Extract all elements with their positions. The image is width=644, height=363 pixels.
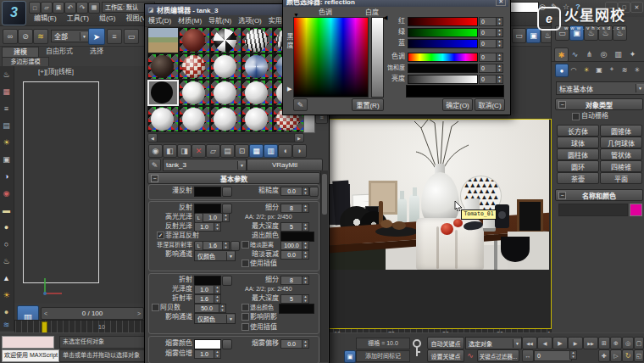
diffuse-color-swatch[interactable] [194, 187, 221, 197]
autogrid-checkbox[interactable] [572, 113, 580, 120]
red-slider[interactable] [408, 17, 478, 26]
dim-distance-checkbox[interactable] [242, 241, 249, 249]
dim-distance-spinner[interactable] [302, 241, 309, 250]
category-dropdown[interactable]: 标准基本体 [556, 81, 644, 95]
zoom-all-icon[interactable] [598, 337, 610, 349]
track-bar-marker[interactable] [42, 321, 47, 333]
select-by-name-icon[interactable] [107, 29, 122, 44]
track-bar-left[interactable]: 10 [14, 320, 147, 333]
get-material-icon[interactable] [148, 144, 163, 158]
material-editor-scrollbar[interactable] [320, 170, 328, 362]
material-editor-scrollbar-thumb[interactable] [322, 174, 327, 215]
primitive-button-torus[interactable]: 圆环 [557, 160, 599, 172]
fog-bias-field[interactable]: 0.0 [280, 339, 303, 349]
material-id-icon[interactable] [235, 144, 249, 158]
roughness-field[interactable]: 0.0 [280, 187, 303, 196]
ok-button[interactable]: 确定(O) [442, 98, 473, 111]
refract-map-button[interactable] [222, 276, 232, 286]
material-slot-white7[interactable] [210, 106, 242, 132]
put-material-icon[interactable] [163, 144, 177, 158]
rendered-frame-window-icon[interactable] [512, 28, 526, 43]
primitive-button-cone[interactable]: 圆锥体 [600, 125, 642, 137]
green-slider[interactable] [408, 28, 478, 37]
refract-subdivs-spinner[interactable] [302, 276, 309, 285]
select-object-button[interactable] [88, 28, 105, 45]
camera-icon[interactable] [1, 153, 12, 166]
set-key-button[interactable]: 设置关键点 [427, 349, 464, 362]
reflect-maxdepth-field[interactable]: 5 [280, 222, 303, 232]
show-end-result-icon[interactable] [264, 144, 278, 158]
object-type-rollout[interactable]: 对象类型 [555, 98, 643, 110]
subtab-lights[interactable] [580, 64, 592, 75]
teapot-icon[interactable] [1, 68, 12, 81]
tab-modify[interactable] [569, 47, 581, 60]
saturation-slider[interactable] [408, 64, 478, 73]
spreadsheet-icon[interactable] [1, 119, 12, 132]
pan-icon[interactable] [598, 349, 610, 362]
green-spinner[interactable] [496, 28, 503, 37]
go-forward-sibling-icon[interactable] [292, 144, 307, 158]
blackness-marker[interactable]: ▶ [287, 86, 291, 92]
undo-icon[interactable] [64, 2, 76, 14]
fog-color-swatch[interactable] [194, 339, 221, 349]
current-frame-field[interactable]: 0 [534, 350, 572, 361]
selection-filter-dropdown[interactable]: 全部 [51, 30, 89, 42]
red-value[interactable]: 0 [479, 17, 497, 26]
material-slot-photo[interactable] [147, 27, 179, 53]
time-prev-arrow[interactable]: < [44, 310, 47, 316]
tab-motion[interactable] [597, 47, 610, 60]
subtab-shapes[interactable] [568, 64, 580, 75]
hue-slider[interactable] [408, 53, 478, 62]
menu-group[interactable]: 组(G) [94, 13, 121, 25]
primitive-button-teapot[interactable]: 茶壶 [557, 172, 599, 184]
abbe-field[interactable]: 50.0 [194, 304, 219, 313]
list-icon[interactable] [1, 102, 12, 115]
ball-icon[interactable] [1, 305, 12, 319]
slab-primitive-icon[interactable] [1, 204, 12, 217]
object-name-field[interactable] [558, 204, 628, 216]
material-name-dropdown[interactable]: tank_3 [163, 159, 247, 171]
reflect-subdivs-field[interactable]: 8 [280, 204, 303, 213]
ior-spinner[interactable] [214, 294, 221, 304]
open-file-icon[interactable] [41, 2, 53, 14]
primitive-button-geosphere[interactable]: 几何球体 [600, 137, 642, 148]
hue-value[interactable]: 0 [479, 53, 497, 62]
abbe-spinner[interactable] [219, 304, 226, 313]
material-slot-pinwheel[interactable] [210, 27, 242, 53]
ribbon-tab-selection[interactable]: 选择 [81, 47, 112, 57]
value-value[interactable]: 0 [479, 75, 497, 84]
material-slot-white5[interactable] [147, 106, 179, 132]
camera-viewport[interactable]: ▲▲▲▲▲▲▲▲▲▲▲▲▲▲▲▲▲▲▲▲▲▲▲▲▲▲▲▲▲▲▲▲▲ [327, 119, 552, 329]
material-slot-white3[interactable] [242, 80, 273, 106]
maxscript-mini-listener[interactable] [2, 336, 54, 349]
zoom-icon[interactable] [610, 337, 622, 349]
basic-params-rollout[interactable]: 基本参数 [147, 172, 320, 184]
subtab-helpers[interactable] [606, 64, 618, 75]
material-slot-black-selected[interactable] [147, 80, 179, 106]
put-to-library-icon[interactable] [220, 144, 235, 158]
saturation-spinner[interactable] [496, 64, 503, 73]
blue-spinner[interactable] [496, 39, 503, 48]
blue-value[interactable]: 0 [479, 39, 497, 48]
fog-mult-spinner[interactable] [214, 349, 221, 359]
left-viewport[interactable]: [+][顶][线框] [14, 66, 147, 304]
material-type-button[interactable]: VRayMtl [247, 159, 323, 171]
slots-scroll-right[interactable] [294, 133, 304, 142]
refract-interp-checkbox[interactable] [242, 323, 249, 331]
maxscript-welcome[interactable]: 欢迎使用 MAXScript [2, 349, 59, 362]
scene-explorer-icon[interactable] [88, 2, 100, 14]
primitive-button-cylinder[interactable]: 圆柱体 [557, 148, 599, 160]
primitive-button-pyramid[interactable]: 四棱锥 [600, 160, 642, 172]
fresnel-ior-spinner[interactable] [222, 241, 230, 250]
refract-maxdepth-spinner[interactable] [302, 294, 309, 304]
key-mode-toggle-icon[interactable] [522, 349, 534, 362]
subtab-geometry[interactable] [555, 64, 569, 77]
cone-primitive-icon[interactable] [1, 271, 12, 285]
diffuse-map-button[interactable] [222, 187, 232, 197]
refract-affect-dropdown[interactable]: 仅颜色 [194, 313, 236, 324]
ribbon-tab-freeform[interactable]: 自由形式 [39, 47, 80, 57]
go-to-start-button[interactable] [522, 337, 537, 349]
gloss-spinner[interactable] [214, 285, 221, 294]
gloss-field[interactable]: 1.0 [194, 285, 214, 294]
hue-blackness-gradient[interactable] [293, 17, 369, 98]
